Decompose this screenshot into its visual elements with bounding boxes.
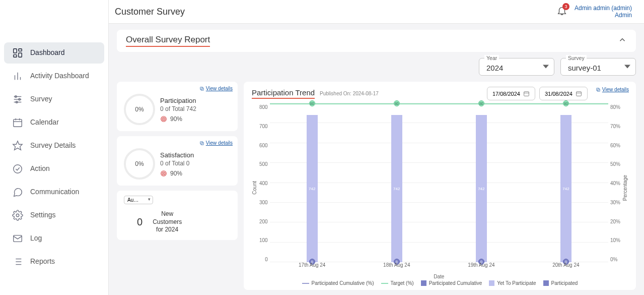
bar-chart-icon xyxy=(12,71,23,82)
y2-ticks: 80%70%60%50%40%30%20%10%0% xyxy=(608,103,620,272)
legend-item: Yet To Participate xyxy=(489,280,536,286)
bar-group: 80 742 0 xyxy=(556,103,576,262)
filters: Year 2024 Survey survey-01 xyxy=(117,56,636,78)
user-name: Admin admin (admin) xyxy=(575,5,632,12)
view-details-label: View details xyxy=(602,87,629,92)
sidebar-item-settings[interactable]: Settings xyxy=(4,205,104,226)
target-dot: 80 xyxy=(394,100,400,106)
customers-label: New Customers for 2024 xyxy=(153,210,182,234)
view-details-label: View details xyxy=(206,86,233,91)
list-icon xyxy=(12,256,23,267)
svg-rect-3 xyxy=(14,55,17,57)
bar-yet: 742 xyxy=(307,115,318,262)
select-value: survey-01 xyxy=(568,64,628,72)
copy-icon xyxy=(199,141,204,146)
dashboard-grid: View details 0% Participation 0 of Total… xyxy=(117,82,636,290)
main: Customer Survey 3 Admin admin (admin) Ad… xyxy=(109,0,644,295)
bar-yet: 742 xyxy=(560,115,571,262)
svg-rect-0 xyxy=(14,49,17,53)
calendar-icon xyxy=(12,117,23,128)
target-dot: 80 xyxy=(478,100,484,106)
sidebar-item-survey-details[interactable]: Survey Details xyxy=(4,135,104,156)
sidebar-label: Reports xyxy=(30,257,55,266)
sidebar-item-survey[interactable]: Survey xyxy=(4,89,104,110)
participation-card: View details 0% Participation 0 of Total… xyxy=(117,82,238,131)
survey-select[interactable]: Survey survey-01 xyxy=(560,58,636,76)
dashboard-icon xyxy=(12,47,23,58)
left-column: View details 0% Participation 0 of Total… xyxy=(117,82,238,290)
year-select[interactable]: Year 2024 xyxy=(479,58,554,76)
svg-rect-27 xyxy=(201,88,203,90)
view-details-link[interactable]: View details xyxy=(596,87,629,92)
view-details-link[interactable]: View details xyxy=(199,86,233,91)
topbar: Customer Survey 3 Admin admin (admin) Ad… xyxy=(109,0,644,24)
section-header: Overall Survey Report xyxy=(117,30,636,52)
bar-yet: 742 xyxy=(476,115,487,262)
legend: Participated Cumulative (%) Target (%) P… xyxy=(252,280,628,286)
sidebar-label: Settings xyxy=(30,211,56,220)
sidebar-item-action[interactable]: Action xyxy=(4,158,104,180)
user-block[interactable]: Admin admin (admin) Admin xyxy=(575,5,632,19)
participation-donut: 0% xyxy=(124,94,155,125)
y2-label: Percentage xyxy=(622,175,628,201)
sidebar: Dashboard Activity Dashboard Survey Cale… xyxy=(0,0,109,295)
published-date: Published On: 2024-08-17 xyxy=(320,91,379,96)
sidebar-item-activity[interactable]: Activity Dashboard xyxy=(4,66,104,87)
target-dot: 80 xyxy=(563,100,569,106)
select-label: Year xyxy=(484,55,499,61)
sidebar-item-calendar[interactable]: Calendar xyxy=(4,112,104,133)
satisfaction-donut: 0% xyxy=(124,148,155,180)
date-from-input[interactable]: 17/08/2024 xyxy=(487,87,535,100)
sidebar-label: Activity Dashboard xyxy=(30,72,89,81)
collapse-button[interactable] xyxy=(618,35,627,46)
svg-rect-1 xyxy=(19,49,22,51)
chart-area: Count 8007006005004003002001000 80 742 xyxy=(252,103,628,272)
sidebar-item-reports[interactable]: Reports xyxy=(4,251,104,272)
section-title: Overall Survey Report xyxy=(126,35,210,47)
target-value: 90% xyxy=(170,115,182,123)
target-icon xyxy=(160,170,167,177)
sidebar-label: Survey xyxy=(30,95,52,104)
sidebar-item-communication[interactable]: Communication xyxy=(4,182,104,203)
customers-value: 0 xyxy=(137,216,142,228)
sidebar-label: Log xyxy=(30,234,42,243)
sidebar-label: Communication xyxy=(30,188,79,197)
sliders-icon xyxy=(12,94,23,105)
copy-icon xyxy=(596,87,601,92)
chart-header: Participation Trend Published On: 2024-0… xyxy=(252,87,628,100)
mail-icon xyxy=(12,233,23,244)
svg-marker-17 xyxy=(13,141,22,150)
stat-sub: 0 of Total 742 xyxy=(160,105,231,112)
y1-label: Count xyxy=(252,181,257,195)
check-circle-icon xyxy=(12,163,23,174)
notification-badge: 3 xyxy=(562,3,569,10)
page-title: Customer Survey xyxy=(115,7,185,17)
customers-period-select[interactable]: Au… xyxy=(124,196,153,204)
bar-group: 80 742 0 xyxy=(302,103,322,262)
legend-item: Target (%) xyxy=(381,280,414,286)
svg-point-36 xyxy=(163,173,164,173)
svg-rect-13 xyxy=(14,120,22,127)
sidebar-item-log[interactable]: Log xyxy=(4,228,104,249)
x-label: Date xyxy=(270,274,608,279)
chart-title: Participation Trend xyxy=(252,88,315,99)
notifications-button[interactable]: 3 xyxy=(556,5,567,18)
target-icon xyxy=(160,115,167,123)
sidebar-item-dashboard[interactable]: Dashboard xyxy=(4,42,104,64)
chevron-down-icon xyxy=(543,63,549,72)
chevron-up-icon xyxy=(618,35,627,44)
calendar-icon xyxy=(576,90,582,97)
sidebar-label: Dashboard xyxy=(30,48,65,57)
svg-rect-41 xyxy=(577,92,582,96)
view-details-link[interactable]: View details xyxy=(199,140,233,146)
svg-rect-37 xyxy=(597,89,600,91)
stat-target: 90% xyxy=(160,170,231,177)
sidebar-label: Calendar xyxy=(30,118,59,127)
topbar-right: 3 Admin admin (admin) Admin xyxy=(556,5,632,19)
participation-trend-card: View details Participation Trend Publish… xyxy=(244,82,636,290)
date-to-input[interactable]: 31/08/2024 xyxy=(539,87,588,100)
select-value: 2024 xyxy=(486,64,547,72)
svg-point-18 xyxy=(14,165,22,173)
svg-point-19 xyxy=(16,214,19,217)
stat-title: Satisfaction xyxy=(160,151,231,159)
